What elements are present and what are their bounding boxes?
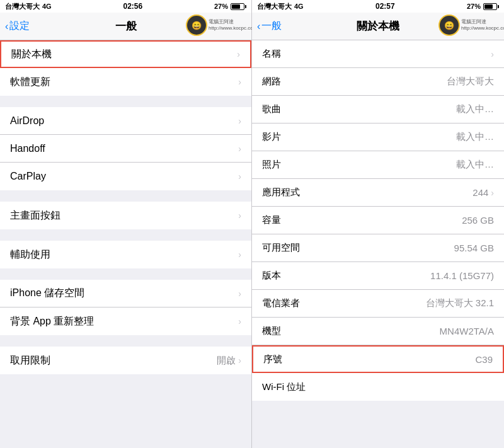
battery-pct-left: 27%: [214, 3, 228, 10]
section-3: 主畫面按鈕 ›: [0, 202, 251, 229]
row-available: 可用空間 95.54 GB: [252, 234, 504, 262]
row-about[interactable]: 關於本機 ›: [0, 40, 251, 68]
row-restrictions[interactable]: 取用限制 開啟 ›: [0, 347, 251, 374]
row-model-label: 機型: [262, 325, 281, 337]
row-songs-label: 歌曲: [262, 103, 281, 115]
time-right: 02:57: [375, 2, 395, 11]
row-version-value: 11.4.1 (15G77): [430, 270, 494, 281]
row-serial[interactable]: 序號 C39: [252, 345, 504, 373]
row-carplay[interactable]: CarPlay ›: [0, 163, 251, 190]
row-handoff[interactable]: Handoff ›: [0, 135, 251, 163]
row-accessibility-chevron: ›: [238, 250, 241, 260]
row-photos-value: 載入中…: [456, 159, 494, 171]
network-right: 4G: [294, 3, 304, 10]
row-home-button[interactable]: 主畫面按鈕 ›: [0, 202, 251, 229]
row-videos-label: 影片: [262, 131, 281, 143]
row-capacity-value: 256 GB: [462, 215, 494, 226]
section-4: 輔助使用 ›: [0, 241, 251, 268]
row-videos-value: 載入中…: [456, 131, 494, 143]
row-airdrop-chevron: ›: [238, 116, 241, 126]
row-songs-val: 載入中…: [456, 103, 494, 115]
row-network-val: 台灣大哥大: [447, 76, 494, 88]
row-photos: 照片 載入中…: [252, 151, 504, 179]
right-site-name: 電腦王阿達: [461, 19, 499, 25]
battery-icon-right: [483, 3, 499, 10]
row-storage-label: iPhone 儲存空間: [10, 287, 84, 300]
row-restrictions-label: 取用限制: [10, 354, 50, 367]
section-5: iPhone 儲存空間 › 背景 App 重新整理 ›: [0, 280, 251, 335]
row-available-label: 可用空間: [262, 242, 300, 254]
left-site-name: 電腦王阿達: [209, 19, 246, 25]
battery-icon-left: [231, 3, 246, 10]
row-airdrop[interactable]: AirDrop ›: [0, 107, 251, 135]
carrier-right: 台灣大哥大: [257, 2, 292, 11]
right-site-url: http://www.kocpc.com.tw: [461, 25, 499, 32]
row-software-label: 軟體更新: [10, 76, 50, 89]
left-content: 關於本機 › 軟體更新 › AirDrop › Handoff › CarPla…: [0, 40, 251, 448]
left-watermark: 😄 電腦王阿達 http://www.kocpc.com.tw: [186, 14, 246, 36]
gap-2: [0, 190, 251, 202]
row-restrictions-value: 開啟: [217, 355, 236, 367]
row-about-chevron: ›: [237, 49, 240, 59]
row-accessibility-label: 輔助使用: [10, 248, 50, 261]
row-accessibility[interactable]: 輔助使用 ›: [0, 241, 251, 268]
gap-1: [0, 96, 251, 107]
row-restrictions-right: 開啟 ›: [217, 355, 241, 367]
section-6: 取用限制 開啟 ›: [0, 347, 251, 374]
row-apps[interactable]: 應用程式 244 ›: [252, 179, 504, 207]
row-name[interactable]: 名稱 ›: [252, 40, 504, 68]
row-carplay-chevron: ›: [238, 171, 241, 181]
row-handoff-chevron: ›: [238, 144, 241, 154]
row-serial-label: 序號: [263, 353, 282, 365]
gap-4: [0, 268, 251, 280]
right-logo-icon: 😄: [438, 14, 460, 36]
row-photos-val: 載入中…: [456, 159, 494, 171]
row-carrier: 電信業者 台灣大哥大 32.1: [252, 290, 504, 318]
row-videos: 影片 載入中…: [252, 123, 504, 151]
left-back-chevron: ‹: [5, 21, 8, 32]
row-model-value: MN4W2TA/A: [440, 326, 494, 336]
right-table: 名稱 › 網路 台灣大哥大 歌曲 載入中… 影片: [252, 40, 504, 401]
row-version-label: 版本: [262, 270, 281, 282]
row-capacity-val: 256 GB: [462, 215, 494, 226]
row-name-value: ›: [488, 49, 494, 59]
row-available-val: 95.54 GB: [454, 243, 494, 253]
right-watermark: 😄 電腦王阿達 http://www.kocpc.com.tw: [438, 14, 499, 36]
row-restrictions-chevron: ›: [238, 355, 241, 365]
row-software-chevron: ›: [238, 77, 241, 87]
row-wifi-label: Wi-Fi 位址: [262, 381, 306, 393]
row-videos-val: 載入中…: [456, 131, 494, 143]
left-site-url: http://www.kocpc.com.tw: [209, 25, 246, 32]
right-status-bar: 台灣大哥大 4G 02:57 27%: [252, 0, 504, 13]
row-capacity-label: 容量: [262, 214, 281, 226]
right-back-button[interactable]: ‹ 一般: [257, 20, 282, 33]
right-status-right: 27%: [467, 3, 499, 10]
row-available-value: 95.54 GB: [454, 243, 494, 253]
right-back-chevron: ‹: [257, 21, 260, 32]
gap-5: [0, 335, 251, 347]
battery-pct-right: 27%: [467, 3, 481, 10]
left-back-button[interactable]: ‹ 設定: [5, 20, 30, 33]
left-status-bar: 台灣大哥大 4G 02:56 27%: [0, 0, 251, 13]
row-apps-val: 244: [472, 187, 488, 198]
right-status-left: 台灣大哥大 4G: [257, 2, 304, 11]
row-software-update[interactable]: 軟體更新 ›: [0, 68, 251, 96]
row-version-val: 11.4.1 (15G77): [430, 270, 494, 281]
row-bg-refresh[interactable]: 背景 App 重新整理 ›: [0, 307, 251, 335]
row-storage[interactable]: iPhone 儲存空間 ›: [0, 280, 251, 307]
network-left: 4G: [42, 3, 52, 10]
row-storage-chevron: ›: [238, 289, 241, 299]
row-songs: 歌曲 載入中…: [252, 96, 504, 123]
right-watermark-text: 電腦王阿達 http://www.kocpc.com.tw: [461, 19, 499, 31]
row-handoff-label: Handoff: [10, 143, 45, 154]
left-nav-title: 一般: [115, 19, 137, 33]
left-status-right: 27%: [214, 3, 246, 10]
row-apps-label: 應用程式: [262, 187, 300, 198]
row-about-label: 關於本機: [11, 48, 52, 61]
row-songs-value: 載入中…: [456, 103, 494, 115]
row-photos-label: 照片: [262, 159, 281, 171]
left-panel: 台灣大哥大 4G 02:56 27% ‹ 設定 一般 😄 電腦王阿達 http:…: [0, 0, 252, 448]
row-name-label: 名稱: [262, 48, 281, 60]
row-carrier-val: 台灣大哥大 32.1: [426, 297, 494, 309]
right-back-label: 一般: [261, 20, 282, 33]
